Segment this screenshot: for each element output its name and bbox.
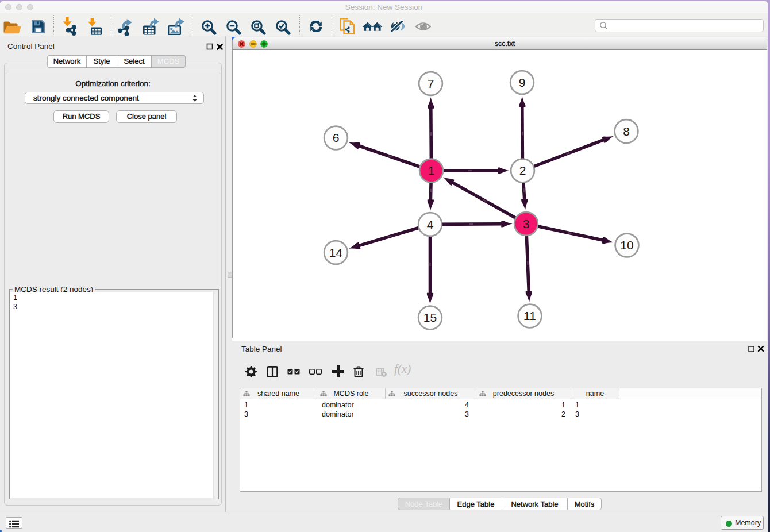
svg-text:2: 2 (519, 164, 526, 177)
svg-text:6: 6 (333, 131, 340, 144)
svg-text:15: 15 (424, 311, 437, 324)
svg-text:1: 1 (428, 164, 435, 177)
svg-text:9: 9 (519, 76, 526, 89)
svg-text:f(x): f(x) (394, 363, 411, 376)
svg-text:3: 3 (523, 217, 530, 230)
svg-text:10: 10 (620, 238, 633, 252)
svg-text:14: 14 (329, 246, 343, 259)
svg-text:7: 7 (428, 77, 434, 90)
svg-text:4: 4 (427, 218, 434, 231)
svg-text:11: 11 (523, 309, 536, 322)
svg-text:8: 8 (623, 125, 630, 138)
